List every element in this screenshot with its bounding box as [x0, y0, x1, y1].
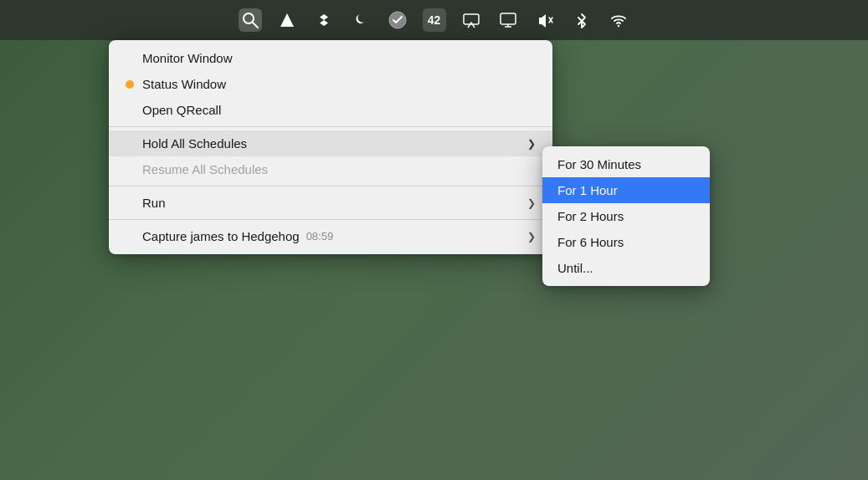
menu-item-label: Open QRecall [142, 103, 221, 117]
mute-icon[interactable] [533, 8, 557, 32]
divider-3 [109, 219, 552, 220]
submenu-item-label: For 6 Hours [557, 235, 624, 249]
transloader-icon[interactable] [275, 8, 299, 32]
divider-2 [109, 186, 552, 186]
submenu-item-for-30-minutes[interactable]: For 30 Minutes [542, 151, 710, 177]
menu-item-status-window[interactable]: Status Window [109, 71, 552, 97]
dropbox-icon[interactable] [312, 8, 336, 32]
menu-item-run[interactable]: Run ❯ [109, 190, 552, 216]
submenu-item-for-1-hour[interactable]: For 1 Hour [542, 177, 710, 203]
submenu-chevron-icon: ❯ [527, 197, 536, 209]
display-icon[interactable] [496, 8, 520, 32]
menu-item-label: Run [142, 196, 166, 210]
cast-icon[interactable] [460, 8, 483, 32]
menu-item-capture-james[interactable]: Capture james to Hedgehog 08:59 ❯ [109, 223, 552, 249]
svg-point-0 [244, 13, 254, 23]
menu-item-open-qrecall[interactable]: Open QRecall [109, 97, 552, 123]
svg-rect-5 [501, 13, 516, 24]
main-context-menu: Monitor Window Status Window Open QRecal… [109, 40, 552, 254]
menu-item-label: Resume All Schedules [142, 162, 268, 176]
things-icon[interactable] [386, 8, 409, 32]
divider-1 [109, 126, 552, 127]
hold-schedules-submenu: For 30 Minutes For 1 Hour For 2 Hours Fo… [542, 146, 710, 286]
svg-marker-2 [280, 13, 294, 27]
submenu-chevron-icon: ❯ [527, 138, 536, 150]
menu-item-label: Capture james to Hedgehog [142, 229, 300, 243]
menu-item-label: Status Window [142, 77, 226, 91]
submenu-chevron-icon: ❯ [527, 231, 536, 243]
menu-item-label: Monitor Window [142, 51, 233, 65]
menu-item-resume-all-schedules: Resume All Schedules [109, 156, 552, 182]
submenu-item-for-2-hours[interactable]: For 2 Hours [542, 203, 710, 229]
menu-item-timestamp: 08:59 [306, 230, 334, 243]
submenu-item-label: For 30 Minutes [557, 157, 641, 171]
moon-icon[interactable] [349, 8, 372, 32]
search-icon[interactable] [239, 8, 262, 32]
42-badge-icon[interactable]: 42 [423, 8, 446, 32]
submenu-item-label: For 1 Hour [557, 183, 618, 197]
wifi-icon[interactable] [607, 8, 630, 32]
menu-item-hold-all-schedules[interactable]: Hold All Schedules ❯ [109, 130, 552, 156]
submenu-item-label: For 2 Hours [557, 209, 624, 223]
svg-line-1 [253, 23, 258, 28]
menu-item-monitor-window[interactable]: Monitor Window [109, 45, 552, 71]
submenu-item-label: Until... [557, 261, 593, 275]
menubar: 42 [0, 0, 868, 40]
status-dot-indicator [126, 80, 134, 89]
svg-point-10 [617, 25, 619, 27]
submenu-item-for-6-hours[interactable]: For 6 Hours [542, 229, 710, 255]
menu-item-label: Hold All Schedules [142, 136, 247, 151]
submenu-item-until[interactable]: Until... [542, 255, 710, 281]
bluetooth-icon[interactable] [570, 8, 593, 32]
